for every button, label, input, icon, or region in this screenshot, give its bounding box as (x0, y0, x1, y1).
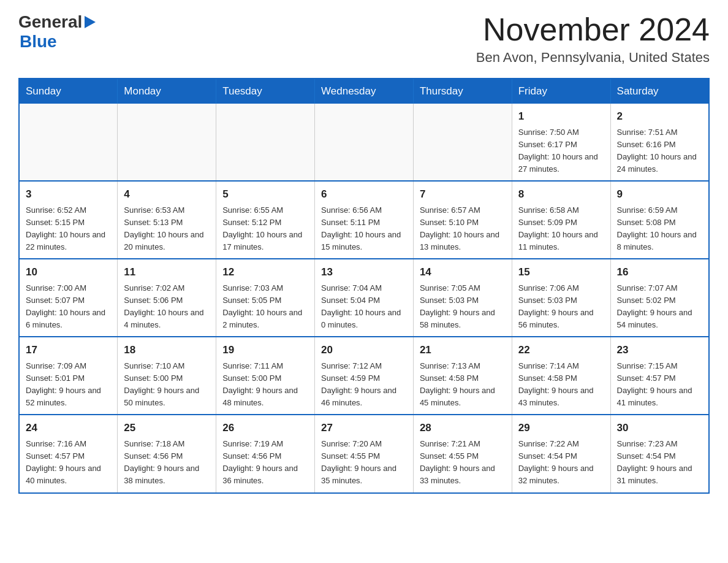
day-info: Sunrise: 7:22 AM Sunset: 4:54 PM Dayligh… (518, 438, 604, 488)
table-row: 30Sunrise: 7:23 AM Sunset: 4:54 PM Dayli… (610, 415, 709, 492)
table-row: 8Sunrise: 6:58 AM Sunset: 5:09 PM Daylig… (512, 181, 610, 259)
day-number: 14 (420, 264, 506, 280)
day-number: 28 (420, 420, 506, 436)
table-row: 9Sunrise: 6:59 AM Sunset: 5:08 PM Daylig… (610, 181, 709, 259)
day-info: Sunrise: 7:21 AM Sunset: 4:55 PM Dayligh… (420, 438, 506, 488)
header: General Blue November 2024 Ben Avon, Pen… (18, 12, 710, 66)
day-number: 29 (518, 420, 604, 436)
day-number: 27 (321, 420, 407, 436)
day-number: 13 (321, 264, 407, 280)
day-info: Sunrise: 7:07 AM Sunset: 5:02 PM Dayligh… (617, 282, 702, 332)
table-row (413, 104, 512, 181)
table-row: 13Sunrise: 7:04 AM Sunset: 5:04 PM Dayli… (315, 259, 414, 337)
table-row (118, 104, 216, 181)
table-row: 25Sunrise: 7:18 AM Sunset: 4:56 PM Dayli… (118, 415, 216, 492)
table-row: 23Sunrise: 7:15 AM Sunset: 4:57 PM Dayli… (610, 337, 709, 415)
day-info: Sunrise: 6:53 AM Sunset: 5:13 PM Dayligh… (124, 204, 210, 254)
logo-triangle-icon (85, 16, 96, 31)
table-row: 7Sunrise: 6:57 AM Sunset: 5:10 PM Daylig… (413, 181, 512, 259)
table-row (216, 104, 315, 181)
day-info: Sunrise: 7:12 AM Sunset: 4:59 PM Dayligh… (321, 360, 407, 410)
calendar-title: November 2024 (476, 12, 710, 47)
table-row: 11Sunrise: 7:02 AM Sunset: 5:06 PM Dayli… (118, 259, 216, 337)
day-number: 19 (222, 342, 308, 358)
day-number: 1 (518, 109, 604, 124)
day-number: 17 (26, 342, 111, 358)
header-saturday: Saturday (610, 79, 709, 104)
table-row: 3Sunrise: 6:52 AM Sunset: 5:15 PM Daylig… (19, 181, 118, 259)
table-row: 21Sunrise: 7:13 AM Sunset: 4:58 PM Dayli… (413, 337, 512, 415)
day-info: Sunrise: 7:23 AM Sunset: 4:54 PM Dayligh… (617, 438, 702, 488)
table-row: 1Sunrise: 7:50 AM Sunset: 6:17 PM Daylig… (512, 104, 610, 181)
table-row: 20Sunrise: 7:12 AM Sunset: 4:59 PM Dayli… (315, 337, 414, 415)
day-info: Sunrise: 7:51 AM Sunset: 6:16 PM Dayligh… (617, 126, 702, 176)
day-number: 21 (420, 342, 506, 358)
day-number: 15 (518, 264, 604, 280)
day-number: 24 (26, 420, 111, 436)
svg-marker-0 (85, 16, 96, 28)
day-number: 23 (617, 342, 702, 358)
table-row: 19Sunrise: 7:11 AM Sunset: 5:00 PM Dayli… (216, 337, 315, 415)
day-info: Sunrise: 7:00 AM Sunset: 5:07 PM Dayligh… (26, 282, 111, 332)
header-tuesday: Tuesday (216, 79, 315, 104)
day-info: Sunrise: 7:14 AM Sunset: 4:58 PM Dayligh… (518, 360, 604, 410)
table-row: 24Sunrise: 7:16 AM Sunset: 4:57 PM Dayli… (19, 415, 118, 492)
day-info: Sunrise: 7:16 AM Sunset: 4:57 PM Dayligh… (26, 438, 111, 488)
day-info: Sunrise: 7:09 AM Sunset: 5:01 PM Dayligh… (26, 360, 111, 410)
day-number: 16 (617, 264, 702, 280)
day-number: 2 (617, 109, 702, 124)
table-row: 27Sunrise: 7:20 AM Sunset: 4:55 PM Dayli… (315, 415, 414, 492)
day-info: Sunrise: 7:05 AM Sunset: 5:03 PM Dayligh… (420, 282, 506, 332)
day-info: Sunrise: 7:50 AM Sunset: 6:17 PM Dayligh… (518, 126, 604, 176)
day-number: 18 (124, 342, 210, 358)
table-row: 26Sunrise: 7:19 AM Sunset: 4:56 PM Dayli… (216, 415, 315, 492)
day-info: Sunrise: 7:03 AM Sunset: 5:05 PM Dayligh… (222, 282, 308, 332)
table-row: 28Sunrise: 7:21 AM Sunset: 4:55 PM Dayli… (413, 415, 512, 492)
day-info: Sunrise: 6:55 AM Sunset: 5:12 PM Dayligh… (222, 204, 308, 254)
day-info: Sunrise: 7:20 AM Sunset: 4:55 PM Dayligh… (321, 438, 407, 488)
table-row: 14Sunrise: 7:05 AM Sunset: 5:03 PM Dayli… (413, 259, 512, 337)
calendar-week-row: 24Sunrise: 7:16 AM Sunset: 4:57 PM Dayli… (19, 415, 709, 492)
table-row: 10Sunrise: 7:00 AM Sunset: 5:07 PM Dayli… (19, 259, 118, 337)
calendar-table: Sunday Monday Tuesday Wednesday Thursday… (18, 78, 710, 493)
table-row: 22Sunrise: 7:14 AM Sunset: 4:58 PM Dayli… (512, 337, 610, 415)
calendar-week-row: 3Sunrise: 6:52 AM Sunset: 5:15 PM Daylig… (19, 181, 709, 259)
day-number: 20 (321, 342, 407, 358)
day-info: Sunrise: 7:02 AM Sunset: 5:06 PM Dayligh… (124, 282, 210, 332)
day-number: 30 (617, 420, 702, 436)
day-info: Sunrise: 7:13 AM Sunset: 4:58 PM Dayligh… (420, 360, 506, 410)
table-row: 17Sunrise: 7:09 AM Sunset: 5:01 PM Dayli… (19, 337, 118, 415)
table-row: 29Sunrise: 7:22 AM Sunset: 4:54 PM Dayli… (512, 415, 610, 492)
day-number: 25 (124, 420, 210, 436)
table-row (315, 104, 414, 181)
table-row: 6Sunrise: 6:56 AM Sunset: 5:11 PM Daylig… (315, 181, 414, 259)
table-row: 16Sunrise: 7:07 AM Sunset: 5:02 PM Dayli… (610, 259, 709, 337)
header-sunday: Sunday (19, 79, 118, 104)
day-number: 12 (222, 264, 308, 280)
day-number: 26 (222, 420, 308, 436)
day-info: Sunrise: 7:18 AM Sunset: 4:56 PM Dayligh… (124, 438, 210, 488)
header-monday: Monday (118, 79, 216, 104)
calendar-week-row: 17Sunrise: 7:09 AM Sunset: 5:01 PM Dayli… (19, 337, 709, 415)
calendar-week-row: 1Sunrise: 7:50 AM Sunset: 6:17 PM Daylig… (19, 104, 709, 181)
day-info: Sunrise: 6:52 AM Sunset: 5:15 PM Dayligh… (26, 204, 111, 254)
day-info: Sunrise: 6:57 AM Sunset: 5:10 PM Dayligh… (420, 204, 506, 254)
day-info: Sunrise: 7:10 AM Sunset: 5:00 PM Dayligh… (124, 360, 210, 410)
day-number: 8 (518, 186, 604, 202)
day-info: Sunrise: 7:15 AM Sunset: 4:57 PM Dayligh… (617, 360, 702, 410)
day-info: Sunrise: 6:59 AM Sunset: 5:08 PM Dayligh… (617, 204, 702, 254)
calendar-location: Ben Avon, Pennsylvania, United States (476, 50, 710, 66)
calendar-week-row: 10Sunrise: 7:00 AM Sunset: 5:07 PM Dayli… (19, 259, 709, 337)
table-row: 15Sunrise: 7:06 AM Sunset: 5:03 PM Dayli… (512, 259, 610, 337)
header-wednesday: Wednesday (315, 79, 414, 104)
title-area: November 2024 Ben Avon, Pennsylvania, Un… (476, 12, 710, 66)
day-number: 22 (518, 342, 604, 358)
day-number: 4 (124, 186, 210, 202)
day-info: Sunrise: 7:04 AM Sunset: 5:04 PM Dayligh… (321, 282, 407, 332)
logo-general-text: General (18, 12, 82, 32)
day-info: Sunrise: 7:06 AM Sunset: 5:03 PM Dayligh… (518, 282, 604, 332)
day-info: Sunrise: 6:58 AM Sunset: 5:09 PM Dayligh… (518, 204, 604, 254)
header-thursday: Thursday (413, 79, 512, 104)
header-friday: Friday (512, 79, 610, 104)
day-number: 9 (617, 186, 702, 202)
